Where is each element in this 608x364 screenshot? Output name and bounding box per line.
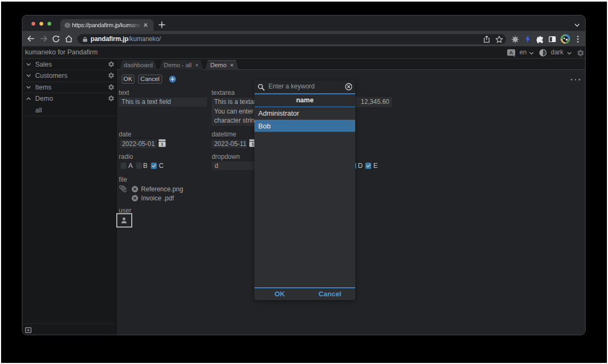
svg-text:1: 1: [161, 142, 164, 147]
svg-text:1: 1: [251, 142, 254, 147]
svg-text:A: A: [509, 50, 513, 55]
